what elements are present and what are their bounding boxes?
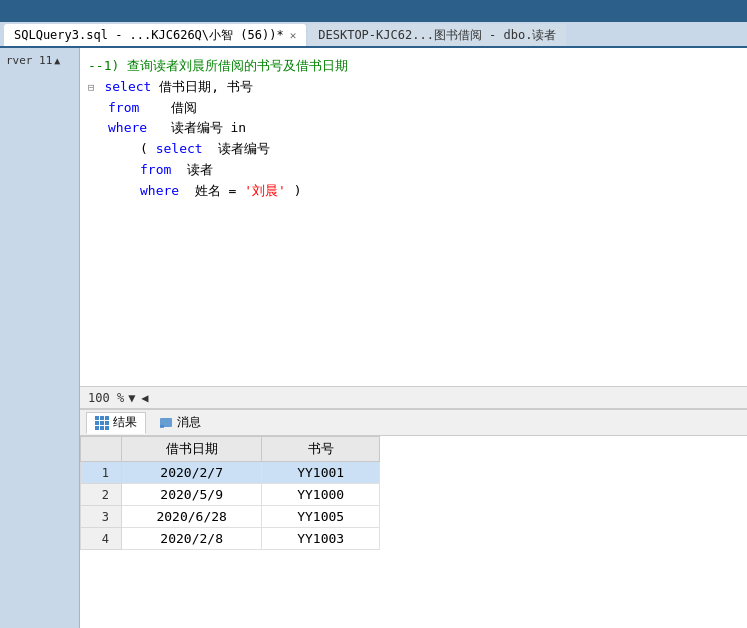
code-inner-where-rest: 姓名 =	[187, 183, 244, 198]
code-string-value: '刘晨'	[244, 183, 286, 198]
tab-results-label: 结果	[113, 414, 137, 431]
status-bar: 100 % ▼ ◀	[80, 386, 747, 408]
code-inner-where-kw: where	[140, 183, 179, 198]
code-paren-open: (	[140, 141, 148, 156]
row-number: 3	[81, 506, 122, 528]
code-select-rest: 借书日期, 书号	[159, 79, 253, 94]
cell-date: 2020/6/28	[122, 506, 262, 528]
code-paren-close: )	[294, 183, 302, 198]
code-where-kw: where	[108, 120, 147, 135]
code-where-rest: 读者编号 in	[155, 120, 246, 135]
tab-sqlquery[interactable]: SQLQuery3.sql - ...KJC626Q\小智 (56))* ✕	[4, 24, 306, 46]
tab-results[interactable]: 结果	[86, 412, 146, 434]
table-row[interactable]: 42020/2/8YY1003	[81, 528, 380, 550]
tab-desktop-label: DESKTOP-KJC62...图书借阅 - dbo.读者	[318, 27, 556, 44]
sidebar-server: rver 11 ▲	[2, 52, 77, 69]
code-line-1: --1) 查询读者刘晨所借阅的书号及借书日期	[80, 56, 747, 77]
tab-desktop[interactable]: DESKTOP-KJC62...图书借阅 - dbo.读者	[308, 24, 566, 46]
cell-date: 2020/2/8	[122, 528, 262, 550]
scroll-left-icon[interactable]: ◀	[141, 391, 148, 405]
zoom-control[interactable]: 100 % ▼	[88, 391, 135, 405]
sidebar-server-label: rver 11	[6, 54, 52, 67]
expand-arrow-icon[interactable]: ▲	[54, 55, 60, 66]
tab-messages[interactable]: 消息	[150, 412, 210, 434]
row-number: 4	[81, 528, 122, 550]
code-editor[interactable]: --1) 查询读者刘晨所借阅的书号及借书日期 ⊟ select 借书日期, 书号…	[80, 48, 747, 386]
code-inner-select-rest: 读者编号	[210, 141, 270, 156]
svg-rect-1	[160, 425, 164, 428]
grid-icon	[95, 416, 109, 430]
code-inner-select-kw: select	[156, 141, 203, 156]
table-row[interactable]: 32020/6/28YY1005	[81, 506, 380, 528]
code-line-3: from 借阅	[80, 98, 747, 119]
zoom-value: 100 %	[88, 391, 124, 405]
code-from-rest: 借阅	[147, 100, 196, 115]
sidebar: rver 11 ▲	[0, 48, 80, 628]
code-inner-from-rest: 读者	[179, 162, 213, 177]
content-area: --1) 查询读者刘晨所借阅的书号及借书日期 ⊟ select 借书日期, 书号…	[80, 48, 747, 628]
tab-sqlquery-label: SQLQuery3.sql - ...KJC626Q\小智 (56))*	[14, 27, 284, 44]
results-panel: 结果 消息	[80, 408, 747, 628]
cell-date: 2020/2/7	[122, 462, 262, 484]
collapse-icon[interactable]: ⊟	[88, 81, 95, 94]
code-comment: --1) 查询读者刘晨所借阅的书号及借书日期	[88, 58, 348, 73]
col-header-date: 借书日期	[122, 437, 262, 462]
col-header-bookno: 书号	[262, 437, 380, 462]
cell-date: 2020/5/9	[122, 484, 262, 506]
table-row[interactable]: 12020/2/7YY1001	[81, 462, 380, 484]
cell-bookno: YY1000	[262, 484, 380, 506]
row-number-header	[81, 437, 122, 462]
code-line-2: ⊟ select 借书日期, 书号	[80, 77, 747, 98]
data-table-container[interactable]: 借书日期 书号 12020/2/7YY100122020/5/9YY100032…	[80, 436, 747, 628]
row-number: 1	[81, 462, 122, 484]
tab-sqlquery-close[interactable]: ✕	[290, 29, 297, 42]
title-bar	[0, 0, 747, 22]
results-table: 借书日期 书号 12020/2/7YY100122020/5/9YY100032…	[80, 436, 380, 550]
code-line-7: where 姓名 = '刘晨' )	[80, 181, 747, 202]
code-line-6: from 读者	[80, 160, 747, 181]
code-line-5: ( select 读者编号	[80, 139, 747, 160]
cell-bookno: YY1001	[262, 462, 380, 484]
zoom-dropdown-arrow[interactable]: ▼	[128, 391, 135, 405]
message-icon	[159, 416, 173, 430]
tab-messages-label: 消息	[177, 414, 201, 431]
table-row[interactable]: 22020/5/9YY1000	[81, 484, 380, 506]
main-layout: rver 11 ▲ --1) 查询读者刘晨所借阅的书号及借书日期 ⊟ selec…	[0, 48, 747, 628]
row-number: 2	[81, 484, 122, 506]
code-line-4: where 读者编号 in	[80, 118, 747, 139]
table-header-row: 借书日期 书号	[81, 437, 380, 462]
code-select-kw: select	[104, 79, 151, 94]
tab-bar: SQLQuery3.sql - ...KJC626Q\小智 (56))* ✕ D…	[0, 22, 747, 48]
cell-bookno: YY1005	[262, 506, 380, 528]
code-inner-from-kw: from	[140, 162, 171, 177]
code-from-kw: from	[108, 100, 139, 115]
cell-bookno: YY1003	[262, 528, 380, 550]
results-tabs: 结果 消息	[80, 410, 747, 436]
